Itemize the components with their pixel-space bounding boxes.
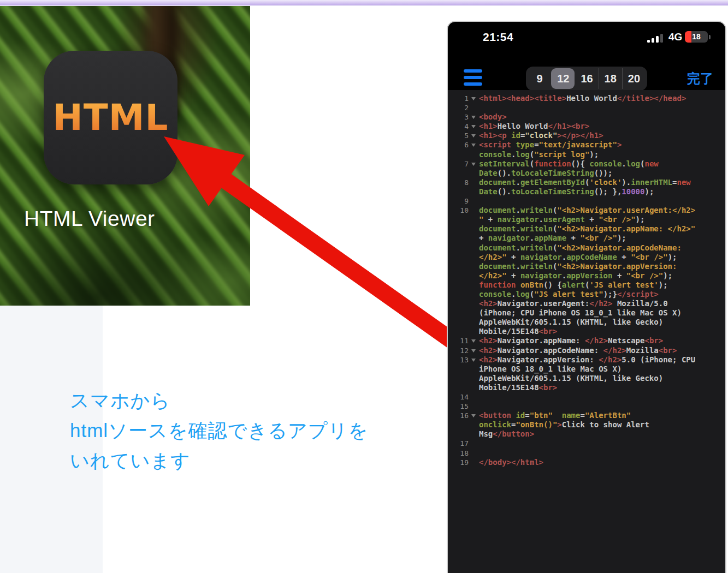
window-top-strip [0, 0, 728, 5]
line-number: 7 [448, 159, 469, 169]
line-number: 11 [448, 336, 469, 345]
fold-spacer [469, 439, 479, 448]
line-number: 5 [448, 131, 469, 140]
code-row: 6<script type="text/javascript"> [448, 140, 725, 150]
code-row: 10document.writeln("<h2>Navigator.userAg… [448, 206, 725, 215]
fold-spacer [469, 318, 479, 327]
line-number [448, 243, 469, 253]
code-line: Mobile/15E148<br> [479, 383, 557, 392]
line-number [448, 318, 469, 327]
code-line: </body></html> [479, 458, 543, 467]
font-size-option-9[interactable]: 9 [528, 68, 551, 89]
fold-spacer [469, 196, 479, 206]
line-number: 2 [448, 103, 469, 112]
phone-screenshot: 21:54 4G 18 912161820 完了 1<html><head><t… [447, 21, 726, 573]
line-number: 13 [448, 355, 469, 365]
fold-triangle-icon[interactable] [469, 336, 479, 345]
code-editor[interactable]: 1<html><head><title>Hello World</title><… [448, 90, 725, 573]
font-size-option-20[interactable]: 20 [622, 68, 646, 89]
line-number: 16 [448, 411, 469, 420]
code-line: <h1>Hello World</h1><br> [479, 122, 589, 131]
code-row: <h2>Navigator.userAgent:</h2> Mozilla/5.… [448, 299, 725, 308]
line-number [448, 169, 469, 178]
line-number [448, 187, 469, 196]
fold-triangle-icon[interactable] [469, 140, 479, 150]
code-line: " + navigator.userAgent + "<br />"); [479, 215, 644, 224]
fold-triangle-icon[interactable] [469, 411, 479, 420]
code-row: 5<h1><p id="clock"></p></h1> [448, 131, 725, 140]
line-number [448, 150, 469, 159]
code-line: AppleWebKit/605.1.15 (KHTML, like Gecko) [479, 374, 663, 383]
fold-spacer [469, 308, 479, 318]
fold-triangle-icon[interactable] [469, 355, 479, 365]
fold-spacer [469, 169, 479, 178]
fold-spacer [469, 383, 479, 392]
menu-icon[interactable] [464, 69, 482, 86]
screenshot-root: HTML HTML Viewer スマホから htmlソースを確認できるアプリを… [0, 0, 728, 573]
fold-spacer [469, 420, 479, 429]
battery-nub [709, 35, 711, 39]
code-row: 1<html><head><title>Hello World</title><… [448, 94, 725, 103]
code-line: setInterval(function(){ console.log(new [479, 159, 659, 169]
line-number [448, 374, 469, 383]
fold-spacer [469, 150, 479, 159]
fold-triangle-icon[interactable] [469, 346, 479, 355]
fold-spacer [469, 290, 479, 299]
line-number [448, 280, 469, 290]
code-line: Mobile/15E148<br> [479, 327, 557, 336]
line-number: 19 [448, 458, 469, 467]
fold-spacer [469, 271, 479, 280]
fold-triangle-icon[interactable] [469, 112, 479, 122]
code-line: document.writeln("<h2>Navigator.userAgen… [479, 206, 695, 215]
fold-triangle-icon[interactable] [469, 122, 479, 131]
code-line: <button id="btn" name="AlertBtn" [479, 411, 631, 420]
line-number [448, 420, 469, 429]
code-line: <h1><p id="clock"></p></h1> [479, 131, 603, 140]
code-row: AppleWebKit/605.1.15 (KHTML, like Gecko) [448, 318, 725, 327]
font-size-option-12[interactable]: 12 [551, 68, 575, 89]
fold-triangle-icon[interactable] [469, 131, 479, 140]
fold-spacer [469, 402, 479, 411]
fold-triangle-icon[interactable] [469, 94, 479, 103]
code-row: 9 [448, 196, 725, 206]
html-viewer-app-icon[interactable]: HTML [44, 51, 177, 184]
code-row: " + navigator.userAgent + "<br />"); [448, 215, 725, 224]
code-line: document.writeln("<h2>Navigator.appName:… [479, 224, 695, 234]
fold-spacer [469, 449, 479, 458]
code-row: Date().toLocaleTimeString(); },10000); [448, 187, 725, 196]
code-row: 13<h2>Navigator.appVersion: </h2>5.0 (iP… [448, 355, 725, 365]
code-row: </h2>" + navigator.appCodeName + "<br />… [448, 253, 725, 262]
font-size-option-16[interactable]: 16 [575, 68, 598, 89]
line-number [448, 365, 469, 374]
fold-spacer [469, 178, 479, 187]
fold-spacer [469, 187, 479, 196]
code-line: <h2>Navigator.appName: </h2>Netscape<br> [479, 336, 663, 345]
fold-triangle-icon[interactable] [469, 159, 479, 169]
line-number: 1 [448, 94, 469, 103]
fold-spacer [469, 243, 479, 253]
done-button[interactable]: 完了 [687, 70, 713, 87]
code-row: 15 [448, 402, 725, 411]
app-name-caption: HTML Viewer [24, 207, 155, 231]
code-line: <h2>Navigator.userAgent:</h2> Mozilla/5.… [479, 299, 668, 308]
line-number [448, 429, 469, 439]
code-row: 4<h1>Hello World</h1><br> [448, 122, 725, 131]
fold-spacer [469, 299, 479, 308]
fold-spacer [469, 327, 479, 336]
status-bar: 21:54 4G 18 [448, 22, 725, 55]
fold-spacer [469, 280, 479, 290]
fold-spacer [469, 365, 479, 374]
code-line: + navigator.appName + "<br />"); [479, 234, 626, 243]
code-row: console.log("script log"); [448, 150, 725, 159]
fold-spacer [469, 374, 479, 383]
font-size-segmented-control[interactable]: 912161820 [526, 67, 647, 91]
code-row: 19</body></html> [448, 458, 725, 467]
font-size-option-18[interactable]: 18 [599, 68, 622, 89]
code-row: onclick="onBtn()">Click to show Alert [448, 420, 725, 429]
code-line: console.log("script log"); [479, 150, 599, 159]
line-number: 9 [448, 196, 469, 206]
line-number [448, 262, 469, 271]
code-row: document.writeln("<h2>Navigator.appVersi… [448, 262, 725, 271]
code-line: document.getElementById('clock').innerHT… [479, 178, 691, 187]
fold-spacer [469, 224, 479, 234]
